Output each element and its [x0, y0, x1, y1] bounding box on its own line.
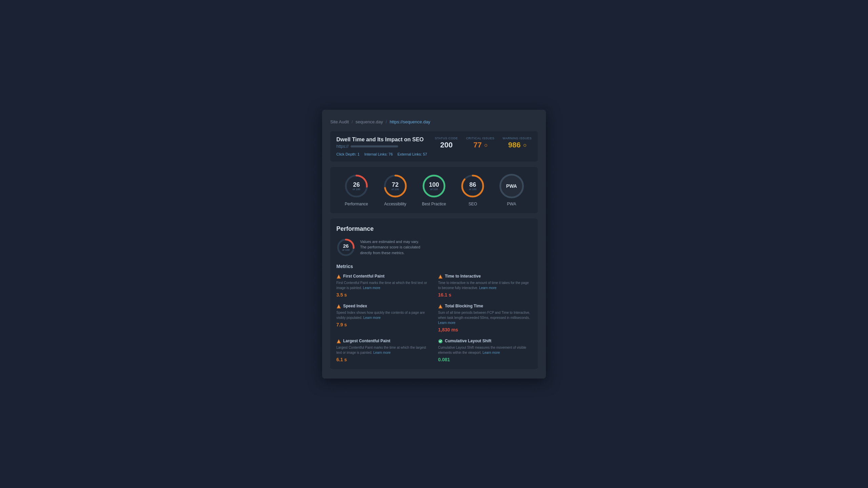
- metric-value-lcp: 6.1 s: [336, 357, 430, 362]
- metric-header-lcp: ! Largest Contentful Paint: [336, 339, 430, 344]
- metric-name-cls: Cumulative Layout Shift: [445, 339, 491, 343]
- breadcrumb: Site Audit / sequence.day / https://sequ…: [330, 119, 538, 124]
- warning-issues-group: WARNING ISSUES 986: [502, 137, 532, 149]
- metric-header-cls: Cumulative Layout Shift: [438, 339, 532, 344]
- breadcrumb-domain[interactable]: sequence.day: [356, 119, 383, 124]
- critical-issues-icon: [485, 144, 487, 147]
- warning-issues-value: 986: [502, 141, 532, 149]
- score-label-pwa: PWA: [507, 202, 516, 206]
- svg-text:!: !: [440, 306, 441, 308]
- breadcrumb-url: https://sequence.day: [390, 119, 430, 124]
- metric-desc-fcp: First Contentful Paint marks the time at…: [336, 280, 430, 290]
- metric-value-tbt: 1,830 ms: [438, 327, 532, 332]
- score-circle-wrap-accessibility: 72 of 100: [383, 174, 408, 198]
- metric-tti: ! Time to Interactive Time to interactiv…: [438, 274, 532, 298]
- critical-issues-label: CRITICAL ISSUES: [466, 137, 495, 140]
- svg-text:!: !: [338, 306, 339, 308]
- warning-issues-label: WARNING ISSUES: [502, 137, 532, 140]
- score-denom-accessibility: of 100: [391, 187, 399, 190]
- metric-header-fcp: ! First Contentful Paint: [336, 274, 430, 279]
- metric-name-tti: Time to Interactive: [445, 274, 481, 279]
- breadcrumb-site-audit[interactable]: Site Audit: [330, 119, 349, 124]
- svg-text:!: !: [338, 341, 339, 343]
- metric-header-si: ! Speed Index: [336, 304, 430, 309]
- metric-header-tti: ! Time to Interactive: [438, 274, 532, 279]
- score-denom-seo: of 100: [469, 187, 476, 190]
- scores-card: 26 of 100 Performance 72 of 100 Accessib…: [330, 167, 538, 213]
- svg-text:!: !: [440, 276, 441, 278]
- score-label-performance: Performance: [345, 202, 368, 206]
- score-denom-best-practice: of 100: [429, 187, 439, 190]
- score-circle-wrap-performance: 26 of 100: [344, 174, 369, 198]
- score-num-performance: 26: [353, 181, 360, 187]
- warning-icon: !: [336, 339, 341, 344]
- learn-more-tti[interactable]: Learn more: [479, 286, 496, 290]
- status-code-group: STATUS CODE 200: [435, 137, 458, 149]
- metric-fcp: ! First Contentful Paint First Contentfu…: [336, 274, 430, 298]
- performance-card: Performance 26 of 100 Values are estimat…: [330, 219, 538, 369]
- score-item-accessibility: 72 of 100 Accessibility: [383, 174, 408, 206]
- warning-issues-icon: [524, 144, 526, 147]
- header-stats: STATUS CODE 200 CRITICAL ISSUES 77 WARNI…: [435, 137, 532, 149]
- external-links: External Links: 57: [397, 152, 427, 156]
- metric-value-cls: 0.081: [438, 357, 532, 362]
- critical-issues-group: CRITICAL ISSUES 77: [466, 137, 495, 149]
- score-denom-performance: of 100: [353, 187, 360, 190]
- score-item-performance: 26 of 100 Performance: [344, 174, 369, 206]
- metric-value-tti: 16.1 s: [438, 292, 532, 298]
- metric-header-tbt: ! Total Blocking Time: [438, 304, 532, 309]
- metric-value-si: 7.9 s: [336, 322, 430, 327]
- status-code-label: STATUS CODE: [435, 137, 458, 140]
- metric-name-lcp: Largest Contentful Paint: [343, 339, 390, 343]
- warning-icon: !: [336, 304, 341, 309]
- learn-more-si[interactable]: Learn more: [363, 316, 381, 320]
- metric-desc-tbt: Sum of all time periods between FCP and …: [438, 310, 532, 325]
- breadcrumb-sep-1: /: [352, 119, 353, 124]
- metric-desc-lcp: Largest Contentful Paint marks the time …: [336, 345, 430, 355]
- learn-more-tbt[interactable]: Learn more: [438, 321, 455, 325]
- metric-name-fcp: First Contentful Paint: [343, 274, 384, 279]
- warning-icon: !: [438, 274, 443, 279]
- score-num-best-practice: 100: [429, 181, 439, 187]
- score-circle-wrap-seo: 86 of 100: [460, 174, 485, 198]
- page-url: https://: [336, 144, 424, 149]
- metric-lcp: ! Largest Contentful Paint Largest Conte…: [336, 339, 430, 362]
- page-title: Dwell Time and Its Impact on SEO: [336, 137, 424, 143]
- main-container: Site Audit / sequence.day / https://sequ…: [322, 110, 546, 379]
- metric-desc-cls: Cumulative Layout Shift measures the mov…: [438, 345, 532, 355]
- metrics-grid: ! First Contentful Paint First Contentfu…: [336, 274, 532, 362]
- score-label-seo: SEO: [469, 202, 477, 206]
- click-depth: Click Depth: 1: [336, 152, 359, 156]
- svg-text:!: !: [338, 276, 339, 278]
- performance-section-title: Performance: [336, 225, 532, 232]
- warning-icon: !: [336, 274, 341, 279]
- score-item-pwa: PWA PWA: [499, 174, 524, 206]
- metric-name-si: Speed Index: [343, 304, 367, 308]
- performance-score-row: 26 of 100 Values are estimated and may v…: [336, 238, 532, 257]
- learn-more-cls[interactable]: Learn more: [482, 351, 500, 354]
- metric-name-tbt: Total Blocking Time: [445, 304, 483, 308]
- score-label-best-practice: Best Practice: [422, 202, 446, 206]
- ok-icon: [438, 339, 443, 344]
- metric-desc-si: Speed Index shows how quickly the conten…: [336, 310, 430, 320]
- learn-more-lcp[interactable]: Learn more: [373, 351, 391, 354]
- metric-desc-tti: Time to interactive is the amount of tim…: [438, 280, 532, 290]
- learn-more-fcp[interactable]: Learn more: [363, 286, 380, 290]
- score-num-seo: 86: [469, 181, 476, 187]
- internal-links: Internal Links: 76: [364, 152, 393, 156]
- metrics-title: Metrics: [336, 264, 532, 269]
- score-item-best-practice: 100 of 100 Best Practice: [422, 174, 446, 206]
- metric-si: ! Speed Index Speed Index shows how quic…: [336, 304, 430, 332]
- perf-mini-score-denom: of 100: [342, 248, 350, 251]
- metric-cls: Cumulative Layout Shift Cumulative Layou…: [438, 339, 532, 362]
- header-meta: Click Depth: 1 Internal Links: 76 Extern…: [336, 152, 532, 156]
- status-code-value: 200: [435, 141, 458, 149]
- metric-value-fcp: 3.5 s: [336, 292, 430, 298]
- warning-icon: !: [438, 304, 443, 309]
- pwa-label: PWA: [506, 183, 517, 189]
- perf-mini-score-num: 26: [342, 243, 350, 248]
- performance-mini-score: 26 of 100: [336, 238, 355, 257]
- breadcrumb-sep-2: /: [386, 119, 387, 124]
- score-circle-wrap-best-practice: 100 of 100: [422, 174, 446, 198]
- url-bar: [351, 145, 398, 147]
